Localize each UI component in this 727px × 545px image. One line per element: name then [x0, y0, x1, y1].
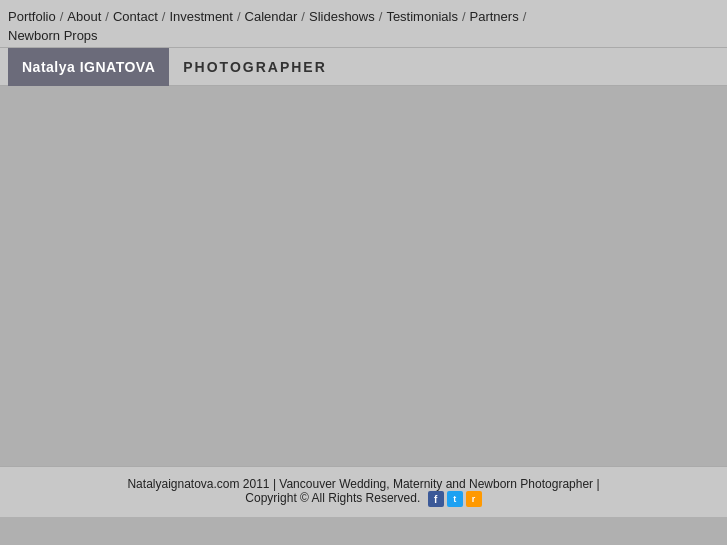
nav-slideshows[interactable]: Slideshows	[309, 8, 375, 26]
nav-sep-3: /	[162, 8, 166, 26]
nav-about[interactable]: About	[67, 8, 101, 26]
header-bar: Natalya IGNATOVA PHOTOGRAPHER	[0, 48, 727, 86]
nav-sep-2: /	[105, 8, 109, 26]
nav-row-sub: Newborn Props	[8, 28, 719, 43]
bottom-area	[0, 517, 727, 545]
site-name: Natalya IGNATOVA	[8, 48, 169, 86]
nav-newborn-props[interactable]: Newborn Props	[8, 28, 98, 43]
footer-line1: Natalyaignatova.com 2011 | Vancouver Wed…	[8, 477, 719, 491]
nav-sep-8: /	[523, 8, 527, 26]
nav-testimonials[interactable]: Testimonials	[386, 8, 458, 26]
nav-sep-4: /	[237, 8, 241, 26]
nav-portfolio[interactable]: Portfolio	[8, 8, 56, 26]
main-content	[0, 86, 727, 466]
nav-sep-1: /	[60, 8, 64, 26]
nav-sep-7: /	[462, 8, 466, 26]
rss-icon[interactable]: r	[466, 491, 482, 507]
nav-partners[interactable]: Partners	[470, 8, 519, 26]
nav-sep-6: /	[379, 8, 383, 26]
nav-row-main: Portfolio / About / Contact / Investment…	[8, 8, 719, 26]
nav-contact[interactable]: Contact	[113, 8, 158, 26]
nav-investment[interactable]: Investment	[169, 8, 233, 26]
facebook-icon[interactable]: f	[428, 491, 444, 507]
footer-line2: Copyright © All Rights Reserved. f t r	[8, 491, 719, 507]
nav-calendar[interactable]: Calendar	[245, 8, 298, 26]
footer-social-icons: f t r	[428, 491, 482, 507]
site-subtitle: PHOTOGRAPHER	[169, 59, 327, 75]
footer: Natalyaignatova.com 2011 | Vancouver Wed…	[0, 466, 727, 517]
twitter-icon[interactable]: t	[447, 491, 463, 507]
nav-sep-5: /	[301, 8, 305, 26]
top-navigation: Portfolio / About / Contact / Investment…	[0, 0, 727, 48]
